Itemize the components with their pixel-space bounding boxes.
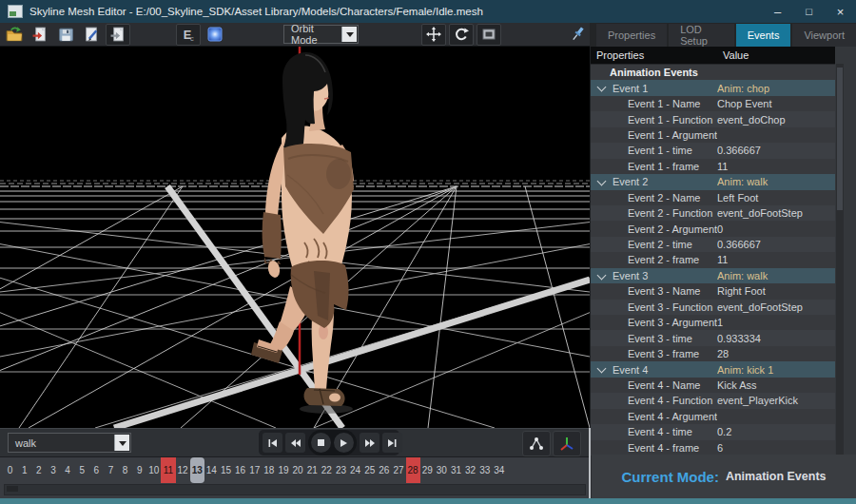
column-value: Value [723,49,835,61]
timeline-frame-7[interactable]: 7 [104,457,118,483]
skip-to-start-button[interactable] [263,433,282,453]
property-row[interactable]: Event 3 - time0.933334 [591,330,835,345]
timeline-frame-17[interactable]: 17 [247,457,262,483]
timeline-frame-27[interactable]: 27 [391,457,405,483]
tab-properties[interactable]: Properties [596,24,667,47]
rewind-button[interactable] [285,433,305,453]
timeline-frame-6[interactable]: 6 [89,457,104,483]
property-row[interactable]: Event 1 - Functionevent_doChop [591,111,835,126]
close-button[interactable]: × [825,0,856,23]
property-row[interactable]: Event 1 - frame11 [591,159,835,174]
rotate-tool-button[interactable] [449,24,474,46]
property-row[interactable]: Event 3Anim: walk [591,268,835,283]
timeline-frame-5[interactable]: 5 [75,457,89,483]
property-row[interactable]: Event 2 - Functionevent_doFootStep [591,205,835,221]
dropdown-arrow-icon[interactable] [341,27,357,42]
table-scrollbar[interactable] [836,64,844,455]
property-row[interactable]: Event 4 - time0.2 [591,424,835,439]
property-row[interactable]: Animation Events [591,65,835,80]
timeline: 0123456789101112131415161718192021222324… [0,456,590,498]
timeline-frame-3[interactable]: 3 [46,457,60,483]
timeline-frame-26[interactable]: 26 [377,457,391,483]
camera-mode-select[interactable]: Orbit Mode [283,25,359,44]
property-row[interactable]: Event 2 - frame11 [591,252,835,267]
minimize-button[interactable]: – [762,0,793,23]
timeline-frame-23[interactable]: 23 [334,457,348,483]
property-row[interactable]: Event 4 - Argument [591,409,835,424]
timeline-frame-1[interactable]: 1 [17,457,31,483]
timeline-scroll-track[interactable] [4,484,586,495]
property-row[interactable]: Event 1Anim: chop [591,80,835,95]
property-row[interactable]: Event 3 - Functionevent_doFootStep [591,300,835,315]
edit-mesh-button[interactable] [80,25,103,45]
timeline-frame-22[interactable]: 22 [320,457,334,483]
timeline-frame-24[interactable]: 24 [348,457,362,483]
property-row[interactable]: Event 4 - NameKick Ass [591,378,835,393]
play-button[interactable] [334,433,354,453]
open-file-button[interactable] [3,25,26,45]
timeline-frame-4[interactable]: 4 [61,457,75,483]
timeline-frame-33[interactable]: 33 [477,457,492,483]
timeline-frame-32[interactable]: 32 [463,457,477,483]
save-mesh-button[interactable] [54,25,77,45]
stop-button[interactable] [311,433,331,453]
property-label: Animation Events [591,67,717,78]
light-toggle-button[interactable] [204,25,226,45]
property-row[interactable]: Event 4Anim: kick 1 [591,361,835,377]
pin-button[interactable] [567,25,590,45]
timeline-frame-11[interactable]: 11 [161,457,175,483]
property-row[interactable]: Event 2 - Argument0 [591,221,835,236]
viewport-3d[interactable] [0,47,590,428]
property-row[interactable]: Event 3 - Argument1 [591,315,835,330]
tab-lod-setup[interactable]: LOD Setup [669,24,734,47]
show-axis-button[interactable] [553,431,581,456]
dropdown-arrow-icon[interactable] [114,435,129,451]
timeline-frame-31[interactable]: 31 [449,457,463,483]
timeline-frame-18[interactable]: 18 [262,457,276,483]
timeline-frame-16[interactable]: 16 [233,457,247,483]
show-skeleton-button[interactable] [522,431,551,456]
mesh-entity-button[interactable]: E c [176,24,201,46]
timeline-frame-19[interactable]: 19 [276,457,290,483]
property-row[interactable]: Event 4 - frame6 [591,440,835,456]
timeline-frame-15[interactable]: 15 [219,457,233,483]
property-row[interactable]: Event 2 - time0.366667 [591,237,835,252]
timeline-frame-21[interactable]: 21 [305,457,320,483]
tab-events[interactable]: Events [736,24,791,47]
property-value: Anim: chop [717,83,835,94]
timeline-frame-29[interactable]: 29 [420,457,435,483]
property-row[interactable]: Event 1 - Argument [591,127,835,143]
timeline-frame-12[interactable]: 12 [176,457,190,483]
timeline-scroll-thumb[interactable] [7,486,18,492]
maximize-button[interactable]: □ [793,0,825,23]
export-mesh-button[interactable] [106,24,130,46]
scale-tool-button[interactable] [477,24,501,46]
timeline-frame-30[interactable]: 30 [435,457,449,483]
property-row[interactable]: Event 3 - frame28 [591,346,835,361]
panel-splitter[interactable] [589,428,591,498]
move-tool-button[interactable] [421,24,446,46]
import-mesh-button[interactable] [29,25,51,45]
property-row[interactable]: Event 2 - NameLeft Foot [591,190,835,205]
scrollbar-thumb[interactable] [837,68,843,210]
timeline-frame-9[interactable]: 9 [132,457,146,483]
timeline-frame-8[interactable]: 8 [118,457,132,483]
timeline-frame-14[interactable]: 14 [204,457,219,483]
animation-select[interactable]: walk [8,433,131,453]
skip-to-end-button[interactable] [382,433,402,453]
property-row[interactable]: Event 2Anim: walk [591,174,835,189]
timeline-frame-2[interactable]: 2 [31,457,46,483]
property-row[interactable]: Event 3 - NameRight Foot [591,283,835,299]
timeline-frame-0[interactable]: 0 [3,457,17,483]
property-row[interactable]: Event 1 - time0.366667 [591,143,835,158]
timeline-frame-13[interactable]: 13 [190,457,204,483]
tab-viewport[interactable]: Viewport [792,24,856,47]
property-row[interactable]: Event 1 - NameChop Event [591,96,835,111]
fast-forward-button[interactable] [360,433,379,453]
timeline-frame-34[interactable]: 34 [492,457,506,483]
timeline-frame-25[interactable]: 25 [362,457,377,483]
timeline-frame-20[interactable]: 20 [291,457,305,483]
timeline-frame-28[interactable]: 28 [406,457,420,483]
property-row[interactable]: Event 4 - Functionevent_PlayerKick [591,393,835,408]
timeline-frame-10[interactable]: 10 [146,457,161,483]
